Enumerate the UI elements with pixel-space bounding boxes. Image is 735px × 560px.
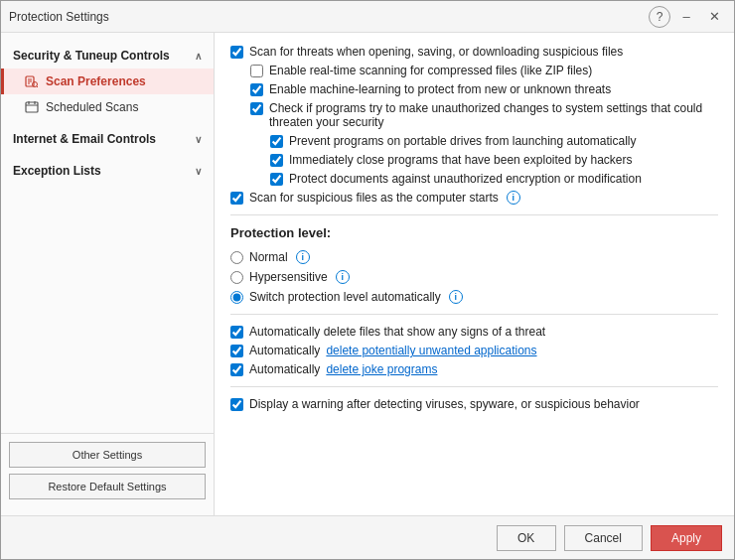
sidebar-group-security-header[interactable]: Security & Tuneup Controls ∧ xyxy=(1,41,214,69)
sidebar-group-security: Security & Tuneup Controls ∧ xyxy=(1,41,214,120)
sidebar-item-scheduled-scans[interactable]: Scheduled Scans xyxy=(1,94,214,120)
checkbox-close-exploited: Immediately close programs that have bee… xyxy=(270,153,718,167)
help-button[interactable]: ? xyxy=(649,6,670,28)
checkbox-unauthorized-changes-input[interactable] xyxy=(250,102,263,115)
radio-auto-input[interactable] xyxy=(230,291,243,304)
calendar-icon xyxy=(24,99,40,115)
checkbox-delete-pua-prefix: Automatically xyxy=(249,344,320,357)
svg-line-5 xyxy=(37,86,38,87)
divider-2 xyxy=(230,314,718,315)
indent-block-1: Enable real-time scanning for compressed… xyxy=(230,64,718,186)
checkbox-portable-drives-label: Prevent programs on portable drives from… xyxy=(289,134,637,148)
other-settings-button[interactable]: Other Settings xyxy=(9,442,206,468)
divider-3 xyxy=(230,386,718,387)
sidebar-items-security: Scan Preferences Scheduled Scan xyxy=(1,69,214,120)
svg-point-4 xyxy=(33,82,38,87)
checkbox-close-exploited-input[interactable] xyxy=(270,154,283,167)
radio-normal-label: Normal xyxy=(249,250,288,264)
title-bar-right: ? – ✕ xyxy=(649,6,726,28)
checkbox-scan-startup-label: Scan for suspicious files as the compute… xyxy=(249,191,499,205)
checkbox-protect-docs-label: Protect documents against unauthorized e… xyxy=(289,172,642,186)
window-title: Protection Settings xyxy=(9,10,109,24)
svg-rect-6 xyxy=(26,102,38,112)
restore-defaults-button[interactable]: Restore Default Settings xyxy=(9,474,206,499)
info-icon-hypersensitive[interactable]: i xyxy=(336,270,350,284)
sidebar-item-scan-preferences[interactable]: Scan Preferences xyxy=(1,69,214,94)
chevron-down-icon: ∨ xyxy=(195,134,202,145)
checkbox-scan-threats-input[interactable] xyxy=(230,46,243,59)
checkbox-scan-startup: Scan for suspicious files as the compute… xyxy=(230,191,718,205)
checkbox-realtime-compressed: Enable real-time scanning for compressed… xyxy=(250,64,718,77)
cancel-button[interactable]: Cancel xyxy=(564,525,643,551)
checkbox-machine-learning-label: Enable machine-learning to protect from … xyxy=(269,82,611,96)
indent-block-2: Prevent programs on portable drives from… xyxy=(250,134,718,186)
chevron-down-icon-2: ∨ xyxy=(195,166,202,177)
sidebar-group-internet: Internet & Email Controls ∨ xyxy=(1,124,214,152)
ok-button[interactable]: OK xyxy=(497,525,556,551)
checkbox-unauthorized-changes-label: Check if programs try to make unauthoriz… xyxy=(269,101,718,129)
checkbox-auto-delete-threats: Automatically delete files that show any… xyxy=(230,325,718,339)
sidebar: Security & Tuneup Controls ∧ xyxy=(1,33,215,515)
main-content: Scan for threats when opening, saving, o… xyxy=(215,33,734,515)
checkbox-delete-joke-prefix: Automatically xyxy=(249,362,320,376)
info-icon-startup[interactable]: i xyxy=(507,191,520,205)
radio-normal-input[interactable] xyxy=(230,251,243,264)
checkbox-unauthorized-changes: Check if programs try to make unauthoriz… xyxy=(250,101,718,129)
radio-auto: Switch protection level automatically i xyxy=(230,290,718,304)
divider-1 xyxy=(230,214,718,215)
apply-button[interactable]: Apply xyxy=(651,525,722,551)
checkbox-portable-drives: Prevent programs on portable drives from… xyxy=(270,134,718,148)
info-icon-auto[interactable]: i xyxy=(449,290,463,304)
radio-hypersensitive: Hypersensitive i xyxy=(230,270,718,284)
sidebar-group-exceptions-label: Exception Lists xyxy=(13,164,101,178)
checkbox-delete-joke: Automatically delete joke programs xyxy=(230,362,718,376)
radio-hypersensitive-label: Hypersensitive xyxy=(249,270,328,284)
radio-hypersensitive-input[interactable] xyxy=(230,271,243,284)
checkbox-delete-pua-input[interactable] xyxy=(230,345,243,357)
info-icon-normal[interactable]: i xyxy=(296,250,310,264)
checkbox-realtime-compressed-label: Enable real-time scanning for compressed… xyxy=(269,64,592,77)
radio-auto-label: Switch protection level automatically xyxy=(249,290,441,304)
checkbox-delete-joke-input[interactable] xyxy=(230,363,243,376)
sidebar-group-internet-label: Internet & Email Controls xyxy=(13,132,156,146)
checkbox-machine-learning-input[interactable] xyxy=(250,83,263,96)
close-button[interactable]: ✕ xyxy=(702,6,726,28)
sidebar-group-exceptions: Exception Lists ∨ xyxy=(1,156,214,184)
checkbox-display-warning-label: Display a warning after detecting viruse… xyxy=(249,397,640,411)
scan-icon xyxy=(24,73,40,89)
checkbox-realtime-compressed-input[interactable] xyxy=(250,65,263,77)
protection-settings-window: Protection Settings ? – ✕ Security & Tun… xyxy=(0,0,735,560)
sidebar-item-scan-preferences-label: Scan Preferences xyxy=(46,74,146,88)
checkbox-display-warning-input[interactable] xyxy=(230,398,243,411)
delete-joke-link[interactable]: delete joke programs xyxy=(326,362,437,376)
delete-pua-link[interactable]: delete potentially unwanted applications xyxy=(326,344,536,357)
checkbox-display-warning: Display a warning after detecting viruse… xyxy=(230,397,718,411)
sidebar-group-internet-header[interactable]: Internet & Email Controls ∨ xyxy=(1,124,214,152)
title-bar: Protection Settings ? – ✕ xyxy=(1,1,734,33)
checkbox-auto-delete-threats-input[interactable] xyxy=(230,326,243,339)
footer: OK Cancel Apply xyxy=(1,515,734,559)
sidebar-group-security-label: Security & Tuneup Controls xyxy=(13,49,170,63)
sidebar-group-exceptions-header[interactable]: Exception Lists ∨ xyxy=(1,156,214,184)
checkbox-scan-threats-label: Scan for threats when opening, saving, o… xyxy=(249,45,623,59)
chevron-up-icon: ∧ xyxy=(195,51,202,62)
sidebar-item-scheduled-scans-label: Scheduled Scans xyxy=(46,100,138,114)
checkbox-auto-delete-threats-label: Automatically delete files that show any… xyxy=(249,325,545,339)
minimize-button[interactable]: – xyxy=(674,6,698,28)
checkbox-scan-startup-input[interactable] xyxy=(230,192,243,205)
checkbox-machine-learning: Enable machine-learning to protect from … xyxy=(250,82,718,96)
checkbox-protect-docs-input[interactable] xyxy=(270,173,283,186)
checkbox-portable-drives-input[interactable] xyxy=(270,135,283,148)
checkbox-delete-pua: Automatically delete potentially unwante… xyxy=(230,344,718,357)
content-area: Security & Tuneup Controls ∧ xyxy=(1,33,734,515)
checkbox-protect-docs: Protect documents against unauthorized e… xyxy=(270,172,718,186)
checkbox-close-exploited-label: Immediately close programs that have bee… xyxy=(289,153,633,167)
title-bar-left: Protection Settings xyxy=(9,10,109,24)
radio-normal: Normal i xyxy=(230,250,718,264)
sidebar-bottom: Other Settings Restore Default Settings xyxy=(1,433,214,507)
checkbox-scan-threats: Scan for threats when opening, saving, o… xyxy=(230,45,718,59)
protection-level-title: Protection level: xyxy=(230,225,718,240)
